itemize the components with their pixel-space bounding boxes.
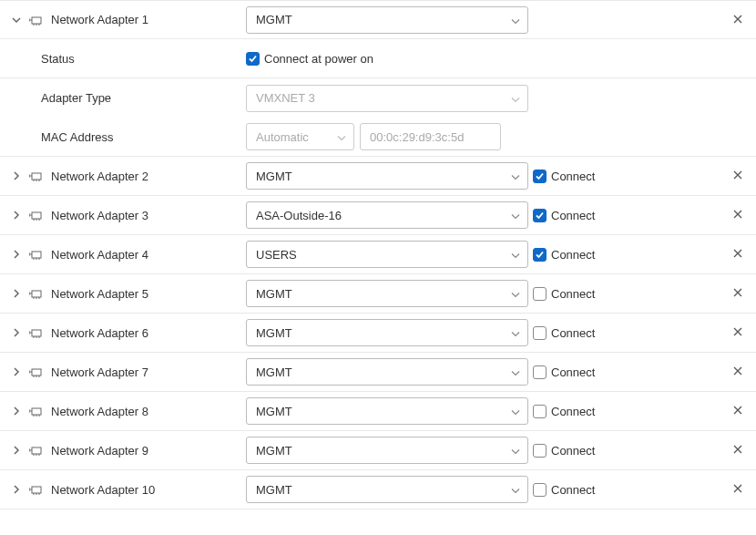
network-select[interactable]: MGMT	[246, 437, 528, 464]
remove-col	[720, 482, 756, 497]
remove-col	[720, 325, 756, 340]
network-select[interactable]: USERS	[246, 241, 528, 268]
adapter-type-row: Adapter Type VMXNET 3	[0, 78, 756, 118]
adapter-row-1: Network Adapter 1 MGMT	[0, 0, 756, 39]
chevron-right-icon[interactable]	[11, 406, 22, 417]
network-select-col: MGMT	[246, 437, 533, 464]
close-icon[interactable]	[732, 247, 743, 262]
network-select[interactable]: MGMT	[246, 280, 528, 307]
connect-label: Connect	[551, 365, 595, 379]
chevron-down-icon	[511, 287, 520, 301]
network-select[interactable]: MGMT	[246, 358, 528, 386]
svg-rect-6	[32, 369, 41, 376]
network-select-col: USERS	[246, 241, 533, 268]
chevron-right-icon[interactable]	[11, 249, 22, 260]
chevron-down-icon	[511, 365, 520, 379]
chevron-right-icon[interactable]	[11, 210, 22, 221]
adapter-label-col: Network Adapter 8	[0, 405, 246, 418]
svg-rect-9	[32, 487, 41, 493]
network-select[interactable]: MGMT	[246, 476, 528, 503]
network-select-col: MGMT	[246, 476, 533, 503]
network-adapter-icon	[29, 444, 44, 457]
network-select[interactable]: MGMT	[246, 6, 528, 34]
adapter-label: Network Adapter 9	[51, 444, 148, 458]
adapter-row-7: Network Adapter 7MGMTConnect	[0, 353, 756, 392]
connect-col: Connect	[533, 365, 720, 379]
adapter-status-row: Status Connect at power on	[0, 39, 756, 78]
network-select[interactable]: MGMT	[246, 397, 528, 425]
chevron-down-icon	[511, 91, 520, 105]
adapter-row-4: Network Adapter 4USERSConnect	[0, 235, 756, 274]
adapter-row-3: Network Adapter 3ASA-Outside-16Connect	[0, 196, 756, 235]
connect-checkbox[interactable]	[533, 287, 547, 301]
network-adapter-icon	[29, 248, 44, 261]
chevron-right-icon[interactable]	[11, 288, 22, 299]
close-icon[interactable]	[732, 169, 743, 183]
connect-checkbox[interactable]	[533, 365, 547, 379]
adapter-label: Network Adapter 6	[51, 326, 148, 340]
remove-col	[720, 247, 756, 262]
close-icon[interactable]	[732, 13, 743, 27]
adapter-label: Network Adapter 1	[51, 13, 148, 26]
status-value-col: Connect at power on	[246, 52, 533, 66]
connect-label: Connect	[551, 170, 595, 183]
adapter-type-value: VMXNET 3	[256, 91, 315, 105]
chevron-down-icon	[511, 170, 520, 183]
network-adapter-icon	[29, 326, 44, 339]
connect-checkbox[interactable]	[533, 326, 547, 340]
close-icon[interactable]	[732, 286, 743, 301]
adapter-label: Network Adapter 10	[51, 483, 155, 497]
mac-address-input[interactable]	[360, 123, 501, 150]
chevron-right-icon[interactable]	[11, 445, 22, 456]
chevron-right-icon[interactable]	[11, 327, 22, 338]
chevron-down-icon	[511, 483, 520, 497]
adapter-label-col: Network Adapter 10	[0, 483, 246, 497]
chevron-down-icon	[511, 405, 520, 418]
network-select-col: MGMT	[246, 280, 533, 307]
close-icon[interactable]	[732, 365, 743, 379]
mac-label: MAC Address	[41, 130, 113, 144]
mac-address-row: MAC Address Automatic	[0, 118, 756, 157]
connect-col: Connect	[533, 170, 720, 183]
adapter-label-col: Network Adapter 5	[0, 287, 246, 301]
network-select-value: MGMT	[256, 365, 292, 379]
svg-rect-5	[32, 330, 41, 336]
close-icon[interactable]	[732, 325, 743, 340]
connect-col: Connect	[533, 287, 720, 301]
connect-col: Connect	[533, 444, 720, 458]
connect-checkbox[interactable]	[533, 483, 547, 497]
chevron-down-icon[interactable]	[11, 15, 22, 26]
connect-col: Connect	[533, 405, 720, 418]
remove-col	[720, 13, 756, 27]
network-select-col: ASA-Outside-16	[246, 201, 533, 229]
connect-col: Connect	[533, 209, 720, 222]
svg-rect-4	[32, 291, 41, 297]
close-icon[interactable]	[732, 482, 743, 497]
close-icon[interactable]	[732, 208, 743, 222]
network-select[interactable]: MGMT	[246, 162, 528, 190]
adapter-label-col: Network Adapter 4	[0, 248, 246, 262]
connect-checkbox[interactable]	[533, 209, 547, 222]
network-select[interactable]: MGMT	[246, 319, 528, 346]
chevron-down-icon	[511, 209, 520, 222]
network-select-value: MGMT	[256, 444, 292, 458]
network-select-value: USERS	[256, 248, 297, 262]
connect-checkbox[interactable]	[533, 444, 547, 458]
connect-poweron-checkbox[interactable]	[246, 52, 260, 66]
connect-checkbox[interactable]	[533, 405, 547, 418]
network-select-value: MGMT	[256, 170, 292, 183]
close-icon[interactable]	[732, 404, 743, 418]
close-icon[interactable]	[732, 443, 743, 458]
adapter-label-col: Network Adapter 6	[0, 326, 246, 340]
chevron-right-icon[interactable]	[11, 484, 22, 495]
adapter-row-8: Network Adapter 8MGMTConnect	[0, 392, 756, 431]
network-select[interactable]: ASA-Outside-16	[246, 201, 528, 229]
chevron-right-icon[interactable]	[11, 366, 22, 377]
adapter-label-col: Network Adapter 7	[0, 365, 246, 379]
chevron-right-icon[interactable]	[11, 170, 22, 181]
network-select-col: MGMT	[246, 358, 533, 386]
connect-checkbox[interactable]	[533, 248, 547, 262]
adapter-row-5: Network Adapter 5MGMTConnect	[0, 274, 756, 314]
network-adapter-icon	[29, 14, 44, 26]
connect-checkbox[interactable]	[533, 170, 547, 183]
